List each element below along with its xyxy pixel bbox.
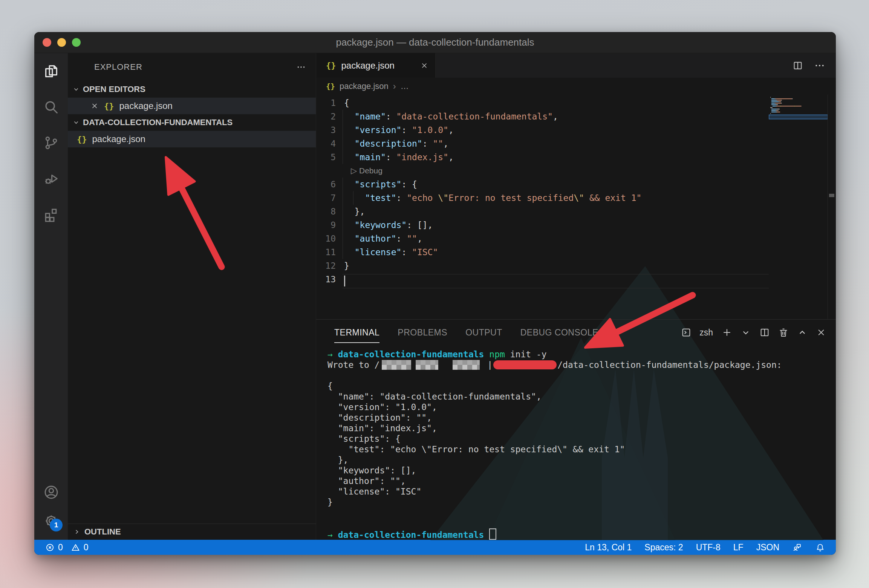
code-line[interactable]: 1{ (316, 96, 836, 110)
more-actions-icon[interactable] (296, 62, 306, 72)
activity-item-source-control[interactable] (34, 125, 68, 161)
terminal-line: "main": "index.js", (327, 423, 836, 433)
file-item-package-json[interactable]: {}package.json (68, 98, 316, 114)
code-token: : [], (407, 220, 433, 230)
code-line[interactable]: 4 "description": "", (316, 137, 836, 150)
close-panel-icon[interactable] (815, 327, 827, 338)
status-value: LF (733, 542, 744, 553)
close-tab-icon[interactable] (420, 61, 428, 70)
terminal-text: "name": "data-collection-fundamentals", (327, 392, 542, 401)
code-token: : (396, 234, 407, 243)
line-number: 13 (316, 274, 336, 284)
activity-bar-bottom: 1 (34, 478, 68, 540)
code-token: "" (407, 234, 417, 243)
code-editor[interactable]: 1{2 "name": "data-collection-fundamental… (316, 95, 836, 319)
breadcrumb-more[interactable]: … (401, 81, 409, 91)
terminal-line: }, (327, 455, 836, 465)
status-notifications[interactable] (815, 542, 825, 553)
breadcrumb-file[interactable]: package.json (340, 81, 389, 91)
section-header-open-editors[interactable]: OPEN EDITORS (68, 81, 316, 98)
terminal-line: } (327, 497, 836, 507)
panel-tab-debug-console[interactable]: DEBUG CONSOLE (520, 328, 598, 338)
status-feedback[interactable] (792, 542, 802, 553)
code-line[interactable]: 2 "name": "data-collection-fundamentals"… (316, 110, 836, 123)
chevron-up-icon[interactable] (797, 327, 808, 338)
code-token: : (386, 112, 396, 121)
code-line[interactable]: 9 "keywords": [], (316, 218, 836, 232)
shell-name[interactable]: zsh (699, 328, 713, 338)
breadcrumb[interactable]: {} package.json › … (316, 78, 836, 95)
status-eol[interactable]: LF (733, 542, 744, 553)
code-token: "author" (355, 234, 396, 243)
code-token: "test" (365, 193, 396, 203)
code-line[interactable]: 5 "main": "index.js", (316, 150, 836, 164)
window-title: package.json — data-collection-fundament… (34, 37, 836, 48)
line-content: "test": "echo \"Error: no test specified… (336, 191, 641, 205)
activity-item-explorer[interactable] (34, 53, 68, 89)
trash-icon[interactable] (778, 327, 789, 338)
status-cursor-position[interactable]: Ln 13, Col 1 (585, 542, 632, 553)
code-token: "license" (355, 247, 402, 257)
zoom-window-button[interactable] (72, 38, 81, 47)
account-icon (43, 484, 60, 501)
code-token: Error: no test specified (448, 193, 574, 203)
code-line[interactable]: 10 "author": "", (316, 232, 836, 245)
code-line[interactable]: 6 "scripts": { (316, 178, 836, 191)
status-language-mode[interactable]: JSON (756, 542, 779, 553)
redaction-mosaic (453, 360, 480, 370)
terminal-launch-icon[interactable] (681, 327, 692, 338)
tab-package-json[interactable]: {} package.json (316, 53, 436, 78)
status-errors[interactable]: 0 (45, 542, 63, 553)
activity-item-accounts[interactable] (34, 478, 68, 507)
line-number: 5 (316, 152, 336, 162)
new-terminal-icon[interactable] (721, 327, 733, 338)
titlebar: package.json — data-collection-fundament… (34, 32, 836, 53)
code-line[interactable]: 3 "version": "1.0.0", (316, 123, 836, 137)
panel-tab-terminal[interactable]: TERMINAL (334, 328, 379, 343)
scrollbar-thumb[interactable] (829, 194, 834, 197)
section-header-data-collection-fundamentals[interactable]: DATA-COLLECTION-FUNDAMENTALS (68, 114, 316, 131)
activity-item-extensions[interactable] (34, 196, 68, 232)
minimize-window-button[interactable] (57, 38, 66, 47)
panel-tab-problems[interactable]: PROBLEMS (398, 328, 447, 338)
status-warnings[interactable]: 0 (70, 542, 89, 553)
codelens-debug[interactable]: ▷ Debug (344, 166, 382, 175)
vscode-window: package.json — data-collection-fundament… (34, 32, 836, 555)
status-encoding[interactable]: UTF-8 (696, 542, 721, 553)
panel-header: TERMINALPROBLEMSOUTPUTDEBUG CONSOLE zsh (316, 320, 836, 345)
activity-item-run-and-debug[interactable] (34, 161, 68, 196)
overview-ruler[interactable] (828, 95, 836, 319)
code-token: "scripts" (355, 179, 402, 189)
code-token: "1.0.0" (412, 125, 448, 135)
status-value: 0 (84, 542, 89, 553)
code-line[interactable]: 11 "license": "ISC" (316, 245, 836, 259)
line-number: 9 (316, 220, 336, 230)
code-token (344, 125, 355, 135)
chevron-down-icon[interactable] (740, 327, 751, 338)
file-item-package-json[interactable]: {}package.json (68, 131, 316, 147)
outline-section-header[interactable]: OUTLINE (68, 524, 316, 540)
split-editor-icon[interactable] (792, 60, 803, 71)
more-actions-icon[interactable] (814, 60, 825, 71)
panel-tab-output[interactable]: OUTPUT (465, 328, 502, 338)
terminal-text: { (327, 381, 333, 391)
code-line[interactable]: 12} (316, 259, 836, 273)
terminal-line: → data-collection-fundamentals npm init … (327, 349, 836, 360)
close-editor-icon[interactable] (90, 102, 99, 110)
activity-item-search[interactable] (34, 89, 68, 125)
code-token: "main" (355, 152, 386, 162)
terminal-text: "description": "", (327, 413, 432, 423)
minimap[interactable] (769, 95, 828, 140)
line-number: 6 (316, 179, 336, 189)
activity-item-manage[interactable]: 1 (34, 507, 68, 535)
feedback-icon (792, 542, 802, 553)
code-line[interactable]: 7 "test": "echo \"Error: no test specifi… (316, 191, 836, 205)
close-window-button[interactable] (43, 38, 51, 47)
terminal-output[interactable]: → data-collection-fundamentals npm init … (316, 345, 836, 540)
split-terminal-icon[interactable] (759, 327, 770, 338)
terminal-text: data-collection-fundamentals (338, 530, 484, 540)
current-line-highlight (343, 274, 769, 288)
code-line[interactable]: 8 }, (316, 205, 836, 218)
status-indentation[interactable]: Spaces: 2 (644, 542, 683, 553)
terminal-text: npm (489, 349, 505, 359)
